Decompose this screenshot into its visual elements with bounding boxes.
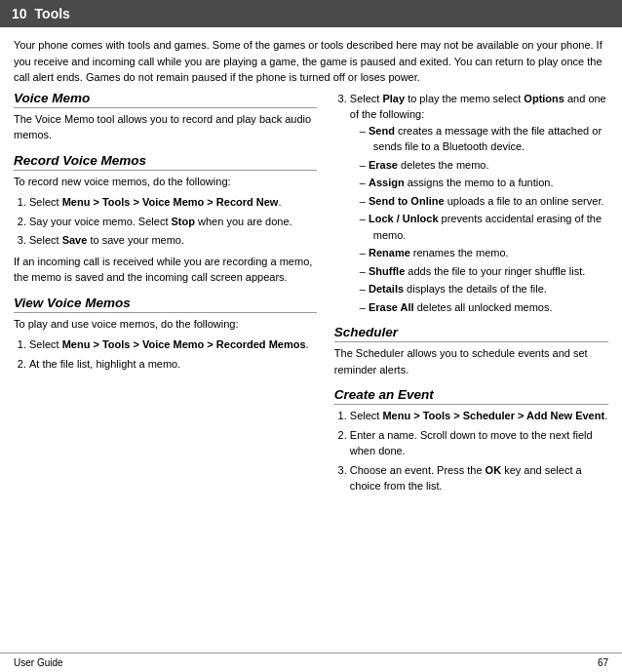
- view-step-1-bold: Menu > Tools > Voice Memo > Recorded Mem…: [62, 338, 306, 350]
- option-erase: Erase deletes the memo.: [360, 157, 608, 174]
- record-step-2-bold: Stop: [172, 216, 195, 227]
- option-assign: Assign assigns the memo to a funtion.: [360, 175, 608, 191]
- option-send-online: Send to Online uploads a file to an onli…: [360, 193, 608, 210]
- record-step-1-bold: Menu > Tools > Voice Memo > Record New: [62, 196, 279, 208]
- play-bold: Play: [382, 93, 405, 104]
- event-step-1-bold: Menu > Tools > Scheduler > Add New Event: [382, 410, 604, 421]
- option-shuffle: Shuffle adds the file to your ringer shu…: [360, 263, 608, 280]
- record-note: If an incoming call is received while yo…: [14, 254, 317, 286]
- event-step-1: Select Menu > Tools > Scheduler > Add Ne…: [350, 408, 608, 424]
- event-step-2: Enter a name. Scroll down to move to the…: [350, 427, 608, 459]
- record-step-3: Select Save to save your memo.: [29, 232, 317, 249]
- voice-memo-intro: The Voice Memo tool allows you to record…: [14, 111, 317, 143]
- event-step-3-bold: OK: [486, 464, 502, 476]
- record-intro: To record new voice memos, do the follow…: [14, 174, 317, 190]
- record-step-2: Say your voice memo. Select Stop when yo…: [29, 214, 317, 230]
- section-heading-scheduler: Scheduler: [334, 325, 608, 342]
- chapter-header: 10 Tools: [0, 0, 622, 27]
- view-intro: To play and use voice memos, do the foll…: [14, 316, 317, 333]
- section-heading-create-event: Create an Event: [334, 387, 608, 405]
- view-steps: Select Menu > Tools > Voice Memo > Recor…: [29, 336, 317, 372]
- section-heading-view: View Voice Memos: [14, 296, 317, 313]
- chapter-title: Tools: [35, 6, 70, 21]
- right-column: Select Play to play the memo select Opti…: [334, 91, 608, 499]
- record-step-1: Select Menu > Tools > Voice Memo > Recor…: [29, 194, 317, 211]
- intro-paragraph: Your phone comes with tools and games. S…: [14, 37, 608, 86]
- option-erase-all: Erase All deletes all unlocked memos.: [360, 299, 608, 316]
- option-details: Details displays the details of the file…: [360, 281, 608, 297]
- play-step-list: Select Play to play the memo select Opti…: [350, 91, 608, 316]
- chapter-number: 10: [12, 6, 27, 21]
- footer-left: User Guide: [14, 657, 63, 668]
- left-column: Voice Memo The Voice Memo tool allows yo…: [14, 91, 317, 499]
- view-step-1: Select Menu > Tools > Voice Memo > Recor…: [29, 336, 317, 353]
- option-lock-unlock: Lock / Unlock prevents accidental erasin…: [360, 211, 608, 243]
- page-container: 10 Tools Your phone comes with tools and…: [0, 0, 622, 672]
- option-send: Send creates a message with the file att…: [360, 123, 608, 155]
- options-list: Send creates a message with the file att…: [360, 123, 608, 316]
- two-col-layout: Voice Memo The Voice Memo tool allows yo…: [14, 91, 608, 499]
- create-event-steps: Select Menu > Tools > Scheduler > Add Ne…: [350, 408, 608, 494]
- event-step-3: Choose an event. Press the OK key and se…: [350, 462, 608, 494]
- footer-bar: User Guide 67: [0, 652, 622, 672]
- section-heading-voice-memo: Voice Memo: [14, 91, 317, 108]
- scheduler-paragraph: The Scheduler allows you to schedule eve…: [334, 345, 608, 377]
- section-heading-record: Record Voice Memos: [14, 153, 317, 171]
- options-bold: Options: [524, 93, 564, 104]
- play-step-3: Select Play to play the memo select Opti…: [350, 91, 608, 316]
- record-steps: Select Menu > Tools > Voice Memo > Recor…: [29, 194, 317, 249]
- option-rename: Rename renames the memo.: [360, 245, 608, 261]
- record-step-3-bold: Save: [62, 234, 88, 246]
- view-step-2: At the file list, highlight a memo.: [29, 356, 317, 373]
- footer-right: 67: [598, 657, 608, 668]
